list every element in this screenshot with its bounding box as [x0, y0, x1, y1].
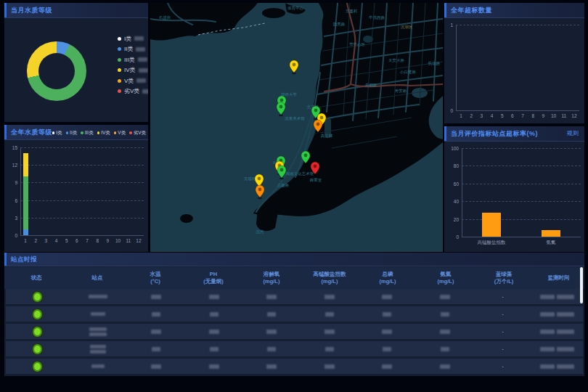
legend-dot [118, 68, 121, 72]
status-indicator [33, 309, 42, 319]
table-row[interactable]: - [6, 341, 583, 356]
map-label: 隐秀路 [333, 22, 346, 27]
redacted-station [90, 350, 106, 354]
table-cell [359, 364, 417, 369]
table-cell [531, 295, 583, 299]
chlorophyll-value: - [502, 328, 504, 335]
table-cell [70, 312, 128, 316]
map-label: 华侨大学 [281, 92, 298, 97]
legend-dot [118, 79, 121, 83]
status-indicator [33, 327, 42, 337]
table-cell [127, 330, 185, 334]
x-tick-label: 9 [542, 113, 545, 118]
column-label: 站点 [92, 274, 103, 282]
x-tick-label: 2 [470, 113, 473, 118]
annual-bar-chart: 03691215123456789101112 [4, 125, 148, 252]
column-unit: (mg/L) [438, 278, 454, 285]
map-label: 体育中心 [287, 6, 304, 10]
redacted-time [557, 347, 574, 351]
table-cell [6, 309, 70, 319]
table-cell [242, 312, 301, 317]
table-cell [185, 312, 243, 317]
header-accent [4, 253, 7, 266]
table-cell [359, 295, 417, 299]
table-cell [127, 295, 185, 299]
y-axis [456, 25, 457, 110]
redacted-date [540, 347, 555, 351]
legend-item[interactable]: IV类 [118, 65, 148, 76]
table-row[interactable]: - [6, 324, 583, 339]
redacted-value [151, 364, 161, 369]
redacted-value [151, 330, 161, 334]
column-label: 水温 [150, 271, 161, 278]
table-cell [416, 312, 474, 317]
table-cell [531, 312, 583, 317]
redacted-value [139, 68, 148, 73]
redacted-value [266, 364, 277, 369]
bar [542, 230, 560, 237]
map-label: 闽南文化艺术馆 [286, 171, 314, 176]
station-report-panel: 站点时报 状态站点水温(°C)PH(无量纲)溶解氧(mg/L)高锰酸盐指数(mg… [4, 253, 584, 376]
column-label: 监测时间 [548, 274, 570, 282]
table-row[interactable]: - [6, 359, 583, 374]
map-label: 小白鹭桥 [399, 70, 417, 75]
legend-item[interactable]: V类 [118, 75, 148, 86]
x-tick-label: 4 [55, 238, 58, 243]
map-panel[interactable]: 石皮街体育中心隐秀路中茂西路五星村滨湖区市中心区天安大桥机场路小白鹭桥吴都路寿安… [150, 3, 443, 252]
gridline [462, 184, 581, 184]
x-tick-label: 10 [115, 238, 121, 243]
redacted-time [557, 364, 574, 369]
bar-segment [23, 153, 28, 176]
panel-title: 当月水质等级 [4, 3, 148, 17]
map-label: 温泉美术馆 [285, 116, 305, 121]
redacted-value [266, 330, 277, 334]
x-tick-label: 6 [511, 113, 514, 118]
legend-label: IV类 [124, 66, 136, 74]
map-canvas[interactable]: 石皮街体育中心隐秀路中茂西路五星村滨湖区市中心区天安大桥机场路小白鹭桥吴都路寿安… [150, 3, 443, 252]
table-cell [531, 330, 583, 334]
table-header-row: 状态站点水温(°C)PH(无量纲)溶解氧(mg/L)高锰酸盐指数(mg/L)总磷… [4, 267, 584, 289]
table-cell [301, 330, 359, 334]
bar-segment [23, 229, 28, 235]
x-tick-label: 6 [75, 238, 78, 243]
table-scrollbar[interactable] [580, 267, 583, 303]
status-indicator [33, 344, 42, 354]
table-cell [185, 364, 243, 369]
pin-center [317, 123, 320, 126]
column-header: 水温(°C) [126, 267, 184, 289]
legend-item[interactable]: II类 [118, 44, 148, 55]
column-header: 状态 [4, 267, 68, 289]
map-label: 薛家里 [310, 178, 322, 182]
table-cell [301, 364, 359, 369]
redacted-value [383, 312, 391, 317]
table-row[interactable]: - [6, 306, 583, 322]
legend-dot [118, 37, 121, 41]
table-cell [416, 330, 474, 334]
column-unit: (°C) [150, 278, 160, 285]
legend-label: III类 [124, 56, 135, 64]
x-tick-label: 5 [65, 238, 68, 243]
x-tick-label: 9 [107, 238, 110, 243]
redacted-time [557, 295, 574, 299]
table-row[interactable]: - [6, 289, 583, 304]
panel-title: 站点时报 [4, 253, 584, 266]
redacted-value [383, 347, 391, 351]
column-unit: (mg/L) [264, 278, 280, 285]
redacted-value [440, 330, 450, 334]
redacted-time [557, 330, 574, 334]
table-cell: - [474, 346, 532, 352]
map-label: 滨湖区 [401, 25, 413, 30]
x-tick-label: 12 [136, 238, 141, 243]
redacted-station [89, 332, 107, 336]
redacted-station [89, 295, 107, 298]
x-tick-label: 7 [521, 113, 524, 118]
redacted-value [152, 312, 160, 317]
table-cell [242, 330, 301, 334]
legend-item[interactable]: III类 [118, 54, 148, 65]
legend-dot [118, 47, 121, 51]
table-cell [242, 364, 301, 369]
donut-legend: I类II类III类IV类V类劣V类 [118, 33, 148, 97]
x-axis [456, 110, 579, 111]
legend-item[interactable]: I类 [118, 33, 148, 44]
legend-item[interactable]: 劣V类 [118, 86, 148, 97]
